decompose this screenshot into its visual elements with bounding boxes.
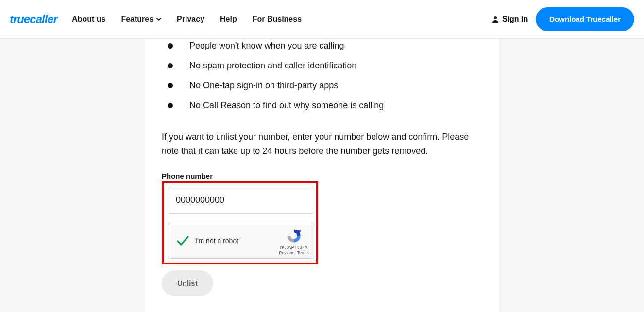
recaptcha-label: I'm not a robot bbox=[195, 237, 238, 245]
unlist-instructions: If you want to unlist your number, enter… bbox=[162, 130, 482, 158]
bullet-item: No One-tap sign-in on third-party apps bbox=[162, 81, 482, 91]
bullet-dot-icon bbox=[168, 83, 173, 88]
nav-about-us[interactable]: About us bbox=[72, 15, 105, 24]
svg-point-0 bbox=[494, 16, 497, 19]
truecaller-logo[interactable]: truecaller bbox=[10, 13, 57, 26]
bullet-item: No Call Reason to find out why someone i… bbox=[162, 100, 482, 111]
recaptcha-branding: reCAPTCHA Privacy - Terms bbox=[279, 226, 309, 255]
bullet-item: People won't know when you are calling bbox=[162, 41, 482, 51]
unlist-card: People won't know when you are calling N… bbox=[144, 39, 500, 312]
bullet-text: People won't know when you are calling bbox=[189, 41, 344, 51]
sign-in-link[interactable]: Sign in bbox=[491, 15, 528, 24]
bullet-text: No One-tap sign-in on third-party apps bbox=[189, 81, 338, 91]
nav-for-business[interactable]: For Business bbox=[253, 15, 302, 24]
nav-privacy[interactable]: Privacy bbox=[177, 15, 204, 24]
recaptcha-terms-link[interactable]: Terms bbox=[297, 250, 309, 255]
download-truecaller-button[interactable]: Download Truecaller bbox=[536, 7, 634, 31]
bullet-text: No spam protection and caller identifica… bbox=[189, 61, 356, 71]
phone-number-input[interactable] bbox=[168, 187, 314, 214]
bullet-item: No spam protection and caller identifica… bbox=[162, 61, 482, 71]
recaptcha-links: Privacy - Terms bbox=[279, 250, 309, 255]
nav-help[interactable]: Help bbox=[220, 15, 237, 24]
header-right: Sign in Download Truecaller bbox=[491, 7, 634, 31]
nav-features-label: Features bbox=[121, 15, 153, 24]
recaptcha-privacy-link[interactable]: Privacy bbox=[279, 250, 293, 255]
recaptcha-widget[interactable]: I'm not a robot reCAPTCHA Privacy - Term… bbox=[168, 223, 314, 259]
main-nav: About us Features Privacy Help For Busin… bbox=[72, 15, 302, 24]
bullet-dot-icon bbox=[168, 43, 173, 49]
bullet-dot-icon bbox=[168, 103, 173, 108]
nav-features[interactable]: Features bbox=[121, 15, 161, 24]
recaptcha-icon bbox=[286, 228, 302, 244]
phone-number-label: Phone number bbox=[162, 172, 482, 180]
recaptcha-brand-text: reCAPTCHA bbox=[280, 245, 308, 250]
top-nav-header: truecaller About us Features Privacy Hel… bbox=[0, 0, 644, 39]
chevron-down-icon bbox=[156, 17, 161, 22]
content-area: People won't know when you are calling N… bbox=[0, 39, 644, 312]
highlight-box: I'm not a robot reCAPTCHA Privacy - Term… bbox=[162, 181, 318, 264]
bullet-text: No Call Reason to find out why someone i… bbox=[189, 100, 384, 111]
checkmark-icon bbox=[176, 234, 189, 247]
unlist-button[interactable]: Unlist bbox=[162, 270, 213, 296]
sign-in-label: Sign in bbox=[502, 15, 528, 24]
bullet-dot-icon bbox=[168, 63, 173, 68]
user-icon bbox=[491, 16, 499, 23]
